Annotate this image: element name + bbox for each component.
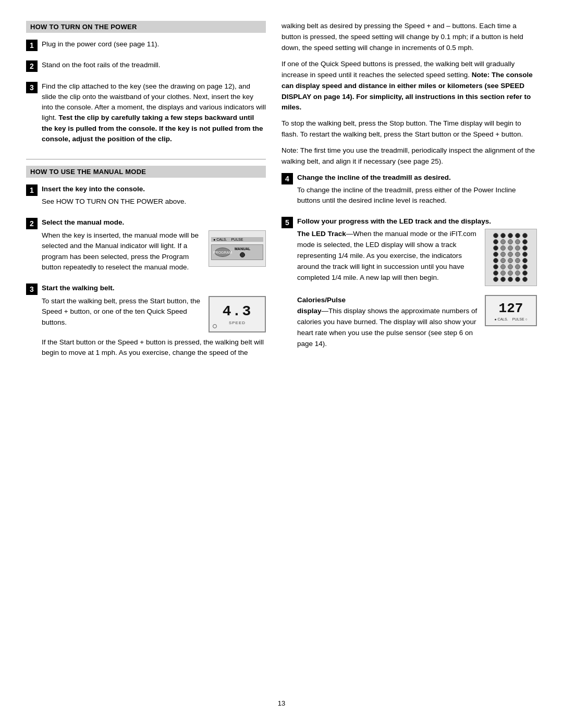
led-dot: [500, 270, 506, 276]
right-step5-content: Follow your progress with the LED track …: [297, 216, 537, 361]
led-dot: [493, 270, 498, 276]
led-dot: [493, 239, 498, 244]
led-dot: [493, 277, 498, 282]
calories-title: Calories/Pulse: [297, 296, 346, 304]
right-step5: 5 Follow your progress with the LED trac…: [282, 216, 537, 361]
calories-display-image: 127 ● CALS. PULSE ○: [485, 295, 537, 326]
calories-pulse-para: Calories/Pulsedisplay—This display shows…: [297, 295, 479, 350]
led-track-image: [485, 229, 537, 286]
manual-step2-label: Select the manual mode.: [42, 217, 266, 228]
led-dot: [522, 245, 528, 251]
section-divider: [26, 159, 266, 159]
led-dot: [515, 264, 520, 269]
section2-header: HOW TO USE THE MANUAL MODE: [26, 166, 266, 178]
right-para3: To stop the walking belt, press the Stop…: [282, 118, 537, 140]
manual-step-num-2: 2: [26, 218, 38, 229]
led-dot: [493, 233, 498, 238]
led-dot: [508, 264, 513, 269]
manual-step2-content: Select the manual mode. When the key is …: [42, 217, 266, 278]
calories-pulse-subsection: Calories/Pulsedisplay—This display shows…: [297, 295, 537, 355]
step3-text: Find the clip attached to the key (see t…: [42, 81, 266, 145]
led-dot: [522, 270, 528, 276]
led-dot-grid: [493, 233, 529, 282]
right-column: walking belt as desired by pressing the …: [282, 21, 537, 689]
manual-step2-para: When the key is inserted, the manual mod…: [42, 230, 202, 273]
calories-pulse-text: Calories/Pulsedisplay—This display shows…: [297, 295, 479, 355]
led-dot: [500, 264, 506, 269]
led-dot: [515, 277, 520, 282]
manual-step2-inline: When the key is inserted, the manual mod…: [42, 230, 266, 278]
manual-step1-content: Insert the key into the console. See HOW…: [42, 184, 266, 212]
right-step4: 4 Change the incline of the treadmill as…: [282, 172, 537, 211]
led-dot: [500, 252, 506, 257]
led-dot: [508, 270, 513, 276]
manual-step3-text-block: To start the walking belt, press the Sta…: [42, 296, 202, 333]
calories-body: —This display shows the approximate numb…: [297, 307, 477, 348]
cals-pulse-bar: ● CALS. PULSE: [211, 237, 263, 242]
led-dot: [522, 252, 528, 257]
right-para2: If one of the Quick Speed buttons is pre…: [282, 59, 537, 114]
calories-number: 127: [499, 301, 523, 316]
manual-indicator: [240, 252, 245, 257]
manual-step2: 2 Select the manual mode. When the key i…: [26, 217, 266, 278]
speed-display-image: 4.3 SPEED: [209, 296, 266, 332]
cals-indicator: ● CALS.: [494, 317, 508, 321]
manual-step3-content: Start the walking belt. To start the wal…: [42, 283, 266, 363]
step1-text: Plug in the power cord (see page 11).: [42, 39, 266, 50]
calories-display-label: display: [297, 307, 322, 315]
step1-power: 1 Plug in the power cord (see page 11).: [26, 39, 266, 55]
two-column-layout: HOW TO TURN ON THE POWER 1 Plug in the p…: [26, 21, 537, 689]
led-track-title: The LED Track: [297, 230, 346, 238]
led-dot: [508, 277, 513, 282]
step-number-3: 3: [26, 82, 38, 93]
manual-step1: 1 Insert the key into the console. See H…: [26, 184, 266, 212]
right-step4-text: To change the incline of the treadmill, …: [297, 185, 537, 206]
step2-content: Stand on the foot rails of the treadmill…: [42, 60, 266, 76]
right-step-num-4: 4: [282, 173, 293, 184]
right-step4-label: Change the incline of the treadmill as d…: [297, 172, 537, 183]
led-dot: [500, 239, 506, 244]
led-dot: [508, 252, 513, 257]
speed-dot: [213, 324, 217, 328]
pulse-indicator: PULSE ○: [512, 317, 528, 321]
right-para4: Note: The first time you use the treadmi…: [282, 145, 537, 167]
right-para1: walking belt as desired by pressing the …: [282, 21, 537, 54]
manual-step3-text2: If the Start button or the Speed + butto…: [42, 337, 266, 359]
led-dot: [508, 258, 513, 263]
led-dot: [522, 239, 528, 244]
right-step5-label: Follow your progress with the LED track …: [297, 216, 537, 227]
manual-area: MANUAL: [235, 247, 250, 257]
manual-step2-text: When the key is inserted, the manual mod…: [42, 230, 202, 278]
led-dot: [500, 245, 506, 251]
led-track-subsection: The LED Track—When the manual mode or th…: [297, 229, 537, 289]
cals-label: ● CALS.: [213, 238, 227, 241]
led-dot: [515, 252, 520, 257]
page: HOW TO TURN ON THE POWER 1 Plug in the p…: [0, 0, 563, 728]
left-column: HOW TO TURN ON THE POWER 1 Plug in the p…: [26, 21, 266, 689]
step-number-2: 2: [26, 60, 38, 72]
led-dot: [508, 239, 513, 244]
led-track-text: The LED Track—When the manual mode or th…: [297, 229, 479, 289]
manual-step3: 3 Start the walking belt. To start the w…: [26, 283, 266, 363]
led-dot: [500, 233, 506, 238]
console-buttons: PROGRAM MANUAL: [211, 244, 263, 260]
manual-text: MANUAL: [235, 247, 250, 251]
step3-power: 3 Find the clip attached to the key (see…: [26, 81, 266, 150]
speed-label: SPEED: [229, 320, 246, 325]
led-dot: [493, 258, 498, 263]
led-dot: [500, 277, 506, 282]
led-dot: [515, 258, 520, 263]
page-number: 13: [26, 699, 537, 707]
led-dot: [493, 252, 498, 257]
step2-text: Stand on the foot rails of the treadmill…: [42, 60, 266, 70]
led-dot: [522, 258, 528, 263]
led-dot: [522, 264, 528, 269]
cals-indicator-bar: ● CALS. PULSE ○: [494, 317, 528, 321]
right-step4-content: Change the incline of the treadmill as d…: [297, 172, 537, 211]
right-step-num-5: 5: [282, 217, 293, 228]
led-dot: [522, 277, 528, 282]
manual-step3-text1: To start the walking belt, press the Sta…: [42, 296, 202, 328]
led-dot: [493, 264, 498, 269]
led-dot: [493, 245, 498, 251]
step1-content: Plug in the power cord (see page 11).: [42, 39, 266, 55]
